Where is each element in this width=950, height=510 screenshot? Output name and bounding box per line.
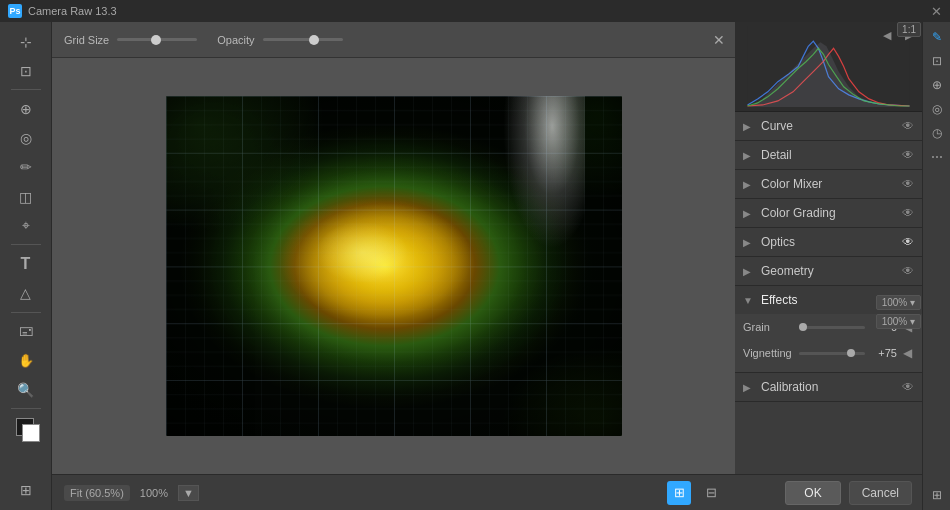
detail-eye[interactable]: 👁 — [902, 148, 914, 162]
curve-title: Curve — [761, 119, 793, 133]
section-calibration-header[interactable]: ▶ Calibration 👁 — [735, 373, 922, 401]
dialog-buttons: OK Cancel — [735, 474, 922, 510]
fit-label[interactable]: Fit (60.5%) — [64, 485, 130, 501]
color-mixer-chevron: ▶ — [743, 179, 755, 190]
optics-chevron: ▶ — [743, 237, 755, 248]
canvas-area — [52, 58, 735, 474]
zoom-100-bottom[interactable]: 100% ▾ — [876, 314, 921, 329]
tool-shape[interactable]: △ — [10, 280, 42, 307]
section-color-mixer-header[interactable]: ▶ Color Mixer 👁 — [735, 170, 922, 198]
color-grading-chevron: ▶ — [743, 208, 755, 219]
section-curve-header[interactable]: ▶ Curve 👁 — [735, 112, 922, 140]
histogram-area: ◀ ▶ — [735, 22, 922, 112]
tool-hand[interactable]: ✋ — [10, 347, 42, 374]
zoom-value: 100% — [140, 487, 168, 499]
right-icon-crop[interactable]: ⊡ — [926, 50, 948, 72]
section-geometry-header[interactable]: ▶ Geometry 👁 — [735, 257, 922, 285]
panel-sections: ▶ Curve 👁 ▶ Detail 👁 — [735, 112, 922, 474]
geometry-title: Geometry — [761, 264, 814, 278]
tool-zoom[interactable]: 🔍 — [10, 376, 42, 403]
vignetting-slider[interactable] — [799, 352, 865, 355]
vignetting-arrow[interactable]: ◀ — [901, 346, 914, 360]
section-detail: ▶ Detail 👁 — [735, 141, 922, 170]
tool-crop[interactable]: ⊡ — [10, 57, 42, 84]
title-close-btn[interactable]: ✕ — [931, 4, 942, 19]
effects-chevron: ▼ — [743, 295, 755, 306]
top-controls-bar: Grid Size Opacity ✕ — [52, 22, 735, 58]
section-optics-header[interactable]: ▶ Optics 👁 — [735, 228, 922, 256]
vignetting-value: +75 — [869, 347, 897, 359]
curve-eye[interactable]: 👁 — [902, 119, 914, 133]
hist-shadow-btn[interactable]: ◀ — [878, 26, 896, 44]
top-close-btn[interactable]: ✕ — [713, 32, 725, 48]
grid-size-label: Grid Size — [64, 34, 109, 46]
curve-chevron: ▶ — [743, 121, 755, 132]
detail-title: Detail — [761, 148, 792, 162]
zoom-100-top[interactable]: 100% ▾ — [876, 295, 921, 310]
grain-slider[interactable] — [799, 326, 865, 329]
section-calibration: ▶ Calibration 👁 — [735, 373, 922, 402]
tool-range[interactable]: ⌖ — [10, 212, 42, 239]
section-curve: ▶ Curve 👁 — [735, 112, 922, 141]
app-icon: Ps — [8, 4, 22, 18]
bottom-bar: Fit (60.5%) 100% ▼ ⊞ ⊟ — [52, 474, 735, 510]
image-wrapper — [166, 96, 622, 436]
frame-toggle-btn[interactable]: ⊞ — [667, 481, 691, 505]
calibration-eye[interactable]: 👁 — [902, 380, 914, 394]
right-icon-settings[interactable]: ⊞ — [926, 484, 948, 506]
tool-brush[interactable]: ✏ — [10, 154, 42, 181]
tool-heal[interactable]: ⊕ — [10, 95, 42, 122]
section-color-grading: ▶ Color Grading 👁 — [735, 199, 922, 228]
calibration-chevron: ▶ — [743, 382, 755, 393]
app-name: Camera Raw 13.3 — [28, 5, 117, 17]
view-toggle-btn[interactable]: ⊟ — [699, 481, 723, 505]
color-grading-title: Color Grading — [761, 206, 836, 220]
right-icon-snap[interactable]: ⋯ — [926, 146, 948, 168]
color-grading-eye[interactable]: 👁 — [902, 206, 914, 220]
section-geometry: ▶ Geometry 👁 — [735, 257, 922, 286]
calibration-title: Calibration — [761, 380, 818, 394]
section-detail-header[interactable]: ▶ Detail 👁 — [735, 141, 922, 169]
section-color-mixer: ▶ Color Mixer 👁 — [735, 170, 922, 199]
section-optics: ▶ Optics 👁 — [735, 228, 922, 257]
tool-select[interactable]: ⊹ — [10, 28, 42, 55]
right-icon-heal[interactable]: ⊕ — [926, 74, 948, 96]
color-mixer-title: Color Mixer — [761, 177, 822, 191]
grid-size-slider[interactable] — [117, 38, 197, 41]
effects-title: Effects — [761, 293, 797, 307]
tool-gradient[interactable]: ◫ — [10, 183, 42, 210]
cancel-button[interactable]: Cancel — [849, 481, 912, 505]
zoom-dropdown[interactable]: ▼ — [178, 485, 199, 501]
opacity-slider[interactable] — [263, 38, 343, 41]
title-bar: Ps Camera Raw 13.3 ✕ — [0, 0, 950, 22]
foreground-color[interactable] — [10, 414, 42, 441]
right-icon-masking[interactable]: ◎ — [926, 98, 948, 120]
color-mixer-eye[interactable]: 👁 — [902, 177, 914, 191]
left-toolbar: ⊹ ⊡ ⊕ ◎ ✏ ◫ ⌖ T △ 🖃 ✋ 🔍 ⊞ — [0, 22, 52, 510]
zoom-1to1: 1:1 — [897, 22, 921, 37]
tool-eyedropper[interactable]: 🖃 — [10, 318, 42, 345]
tool-text[interactable]: T — [10, 250, 42, 277]
vignetting-row: Vignetting +75 ◀ — [743, 346, 914, 360]
grain-label: Grain — [743, 321, 795, 333]
vignetting-label: Vignetting — [743, 347, 795, 359]
right-icons-strip: ✎ ⊡ ⊕ ◎ ◷ ⋯ ⊞ — [922, 22, 950, 510]
right-icon-edit[interactable]: ✎ — [926, 26, 948, 48]
detail-chevron: ▶ — [743, 150, 755, 161]
tool-extra[interactable]: ⊞ — [10, 477, 42, 504]
optics-title: Optics — [761, 235, 795, 249]
section-color-grading-header[interactable]: ▶ Color Grading 👁 — [735, 199, 922, 227]
optics-eye[interactable]: 👁 — [902, 235, 914, 249]
geometry-eye[interactable]: 👁 — [902, 264, 914, 278]
ok-button[interactable]: OK — [785, 481, 840, 505]
geometry-chevron: ▶ — [743, 266, 755, 277]
tool-redeye[interactable]: ◎ — [10, 125, 42, 152]
opacity-label: Opacity — [217, 34, 254, 46]
right-icon-redeye[interactable]: ◷ — [926, 122, 948, 144]
